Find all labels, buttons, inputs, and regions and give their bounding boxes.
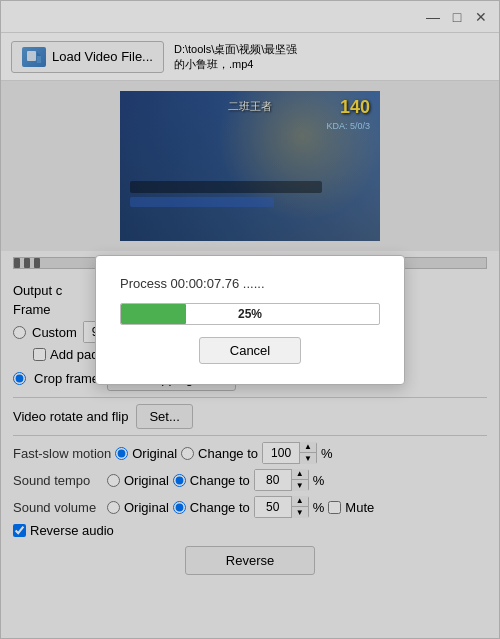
dialog-overlay: Process 00:00:07.76 ...... 25% Cancel: [1, 1, 499, 638]
process-text: Process 00:00:07.76 ......: [120, 276, 380, 291]
progress-bar-label: 25%: [121, 304, 379, 324]
progress-dialog: Process 00:00:07.76 ...... 25% Cancel: [95, 255, 405, 385]
progress-bar-container: 25%: [120, 303, 380, 325]
cancel-button[interactable]: Cancel: [199, 337, 301, 364]
main-window: — □ ✕ Load Video File... D:\tools\桌面\视频\…: [0, 0, 500, 639]
